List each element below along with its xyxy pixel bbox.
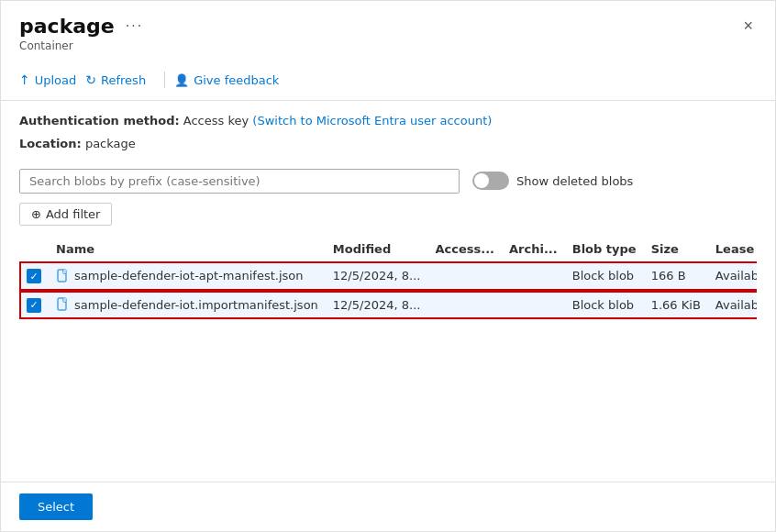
panel-footer: Select <box>1 482 775 531</box>
checkmark-icon: ✓ <box>29 271 38 283</box>
search-row: Show deleted blobs <box>19 169 757 194</box>
deleted-blobs-toggle[interactable] <box>472 172 509 190</box>
add-filter-icon <box>31 207 41 221</box>
svg-rect-1 <box>63 270 66 273</box>
cell-access <box>427 261 502 291</box>
ellipsis-menu-button[interactable]: ··· <box>122 14 147 38</box>
add-filter-button[interactable]: Add filter <box>19 203 112 226</box>
refresh-icon <box>85 72 96 87</box>
switch-account-link[interactable]: (Switch to Microsoft Entra user account) <box>252 114 492 127</box>
cell-blob-type: Block blob <box>565 261 644 291</box>
location-label: Location: <box>19 137 82 150</box>
col-archive[interactable]: Archi... <box>502 237 565 262</box>
location-value: package <box>85 137 136 150</box>
cell-size: 166 B <box>644 261 708 291</box>
col-name[interactable]: Name <box>49 237 326 262</box>
table-row[interactable]: ✓ sample-defender-iot.importmanifest.jso… <box>19 291 757 320</box>
select-button[interactable]: Select <box>19 493 93 520</box>
cell-archive <box>502 291 565 320</box>
cell-size: 1.66 KiB <box>644 291 708 320</box>
feedback-icon <box>174 73 189 87</box>
cell-lease-state: Available <box>708 261 757 291</box>
cell-name: sample-defender-iot.importmanifest.json <box>49 291 326 320</box>
table-row[interactable]: ✓ sample-defender-iot-apt-manifest.json … <box>19 261 757 291</box>
toggle-knob <box>474 173 489 188</box>
panel-title: package <box>19 15 115 38</box>
storage-panel: package ··· × Container Upload Refresh G… <box>0 0 776 532</box>
cell-name: sample-defender-iot-apt-manifest.json <box>49 261 326 291</box>
blob-table: Name Modified Access... Archi... Blob ty… <box>19 237 757 320</box>
refresh-button[interactable]: Refresh <box>85 69 155 91</box>
file-icon <box>56 297 71 312</box>
deleted-blobs-label: Show deleted blobs <box>516 174 633 188</box>
file-icon <box>56 269 71 283</box>
toolbar-divider <box>164 72 165 88</box>
close-button[interactable]: × <box>739 14 757 38</box>
location-info: Location: package <box>19 135 757 154</box>
row-checkbox-cell[interactable]: ✓ <box>19 261 49 291</box>
col-size[interactable]: Size <box>644 237 708 262</box>
auth-method-value: Access key <box>183 114 249 127</box>
row-checkbox[interactable]: ✓ <box>27 269 41 283</box>
upload-button[interactable]: Upload <box>19 69 85 91</box>
auth-method-label: Authentication method: <box>19 114 180 127</box>
col-blob-type[interactable]: Blob type <box>565 237 644 262</box>
svg-rect-3 <box>63 298 66 302</box>
row-checkbox-cell[interactable]: ✓ <box>19 291 49 320</box>
cell-blob-type: Block blob <box>565 291 644 320</box>
panel-header: package ··· × Container Upload Refresh G… <box>1 1 775 101</box>
cell-modified: 12/5/2024, 8... <box>326 261 428 291</box>
panel-subtitle: Container <box>19 39 757 52</box>
checkmark-icon: ✓ <box>29 299 38 311</box>
col-lease-state[interactable]: Lease state <box>708 237 757 262</box>
table-header-row: Name Modified Access... Archi... Blob ty… <box>19 237 757 262</box>
filter-row: Add filter <box>19 203 757 226</box>
cell-access <box>427 291 502 320</box>
cell-archive <box>502 261 565 291</box>
auth-info: Authentication method: Access key (Switc… <box>19 112 757 131</box>
deleted-blobs-toggle-row: Show deleted blobs <box>472 172 633 190</box>
upload-icon <box>19 72 30 87</box>
col-modified[interactable]: Modified <box>326 237 428 262</box>
toolbar: Upload Refresh Give feedback <box>19 61 757 100</box>
panel-body: Authentication method: Access key (Switc… <box>1 101 775 482</box>
blob-table-container: Name Modified Access... Archi... Blob ty… <box>19 237 757 471</box>
cell-modified: 12/5/2024, 8... <box>326 291 428 320</box>
search-input[interactable] <box>19 169 460 194</box>
row-checkbox[interactable]: ✓ <box>27 298 41 313</box>
col-access[interactable]: Access... <box>427 237 502 262</box>
cell-lease-state: Available <box>708 291 757 320</box>
col-checkbox <box>19 237 49 262</box>
feedback-button[interactable]: Give feedback <box>174 70 288 91</box>
